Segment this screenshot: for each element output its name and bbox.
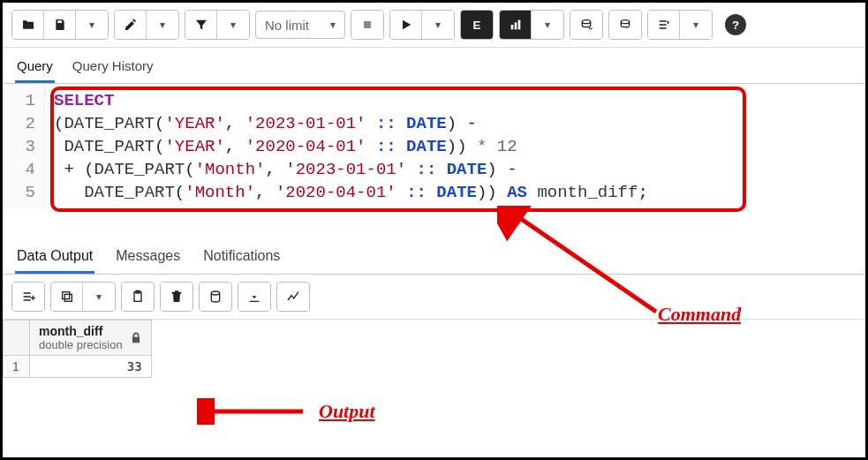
tab-notifications[interactable]: Notifications <box>201 245 282 274</box>
rownum-header <box>4 320 30 356</box>
analyze-dropdown[interactable]: ▾ <box>532 11 563 39</box>
svg-rect-6 <box>64 294 72 301</box>
row-number: 1 <box>4 356 30 378</box>
delete-button[interactable] <box>161 283 192 311</box>
copy-button[interactable] <box>51 283 83 311</box>
edit-button[interactable] <box>115 11 147 39</box>
macros-dropdown[interactable]: ▾ <box>680 11 712 39</box>
tab-query-history[interactable]: Query History <box>71 53 155 83</box>
command-annotation: Command <box>658 303 741 326</box>
tab-messages[interactable]: Messages <box>114 245 182 274</box>
svg-point-5 <box>621 20 629 24</box>
execute-button[interactable] <box>390 11 422 39</box>
filter-button[interactable] <box>185 11 217 39</box>
download-button[interactable] <box>238 283 270 311</box>
tab-data-output[interactable]: Data Output <box>15 245 94 274</box>
copy-dropdown[interactable]: ▾ <box>83 283 115 311</box>
sql-editor[interactable]: 1 2 3 4 5 SELECT (DATE_PART('YEAR', '202… <box>3 84 865 209</box>
filter-dropdown[interactable]: ▾ <box>217 11 249 39</box>
svg-point-10 <box>211 291 219 295</box>
output-annotation: Output <box>319 400 375 423</box>
save-button[interactable] <box>44 11 76 39</box>
svg-point-4 <box>582 20 590 24</box>
result-tabs: Data Output Messages Notifications <box>3 236 865 275</box>
edit-dropdown[interactable]: ▾ <box>147 11 178 39</box>
tab-query[interactable]: Query <box>15 53 55 83</box>
lock-icon <box>130 332 142 344</box>
line-gutter: 1 2 3 4 5 <box>3 84 45 209</box>
commit-button[interactable] <box>570 11 602 39</box>
graph-button[interactable] <box>277 283 309 311</box>
save-dropdown[interactable]: ▾ <box>76 11 108 39</box>
editor-tabs: Query Query History <box>3 48 865 84</box>
main-toolbar: ▾ ▾ ▾ No limit ▾ ▾ E ▾ <box>3 3 865 48</box>
svg-rect-1 <box>510 25 513 29</box>
paste-button[interactable] <box>122 283 154 311</box>
svg-rect-0 <box>364 21 371 28</box>
explain-button[interactable]: E <box>461 11 493 39</box>
result-table: month_diff double precision 1 33 <box>3 320 152 378</box>
open-button[interactable] <box>12 11 44 39</box>
column-header[interactable]: month_diff double precision <box>30 320 152 356</box>
output-arrow <box>197 398 312 425</box>
limit-label: No limit <box>265 18 309 33</box>
analyze-button[interactable] <box>500 11 532 39</box>
svg-rect-3 <box>517 20 520 30</box>
column-name: month_diff <box>39 324 123 338</box>
add-row-button[interactable] <box>12 283 44 311</box>
help-button[interactable]: ? <box>718 11 753 39</box>
help-icon: ? <box>725 14 746 35</box>
stop-button[interactable] <box>351 11 383 39</box>
cell-value[interactable]: 33 <box>30 356 152 378</box>
rollback-button[interactable] <box>609 11 641 39</box>
limit-select[interactable]: No limit ▾ <box>255 11 345 39</box>
execute-dropdown[interactable]: ▾ <box>422 11 454 39</box>
svg-rect-2 <box>514 22 517 29</box>
svg-rect-7 <box>62 292 69 299</box>
macros-button[interactable] <box>648 11 680 39</box>
table-row[interactable]: 1 33 <box>4 356 152 378</box>
code-area[interactable]: SELECT (DATE_PART('YEAR', '2023-01-01' :… <box>45 84 657 209</box>
column-type: double precision <box>39 338 123 351</box>
save-data-button[interactable] <box>200 283 231 311</box>
